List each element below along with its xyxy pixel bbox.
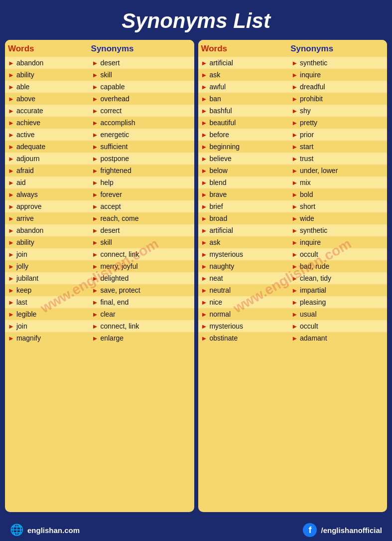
word-cell: ► able (5, 81, 88, 93)
arrow-icon: ► (201, 227, 208, 234)
word-text: arrive (16, 214, 34, 222)
arrow-icon: ► (8, 155, 14, 163)
arrow-icon: ► (201, 59, 208, 67)
table-row: ► adequate ► sufficient (5, 141, 194, 153)
arrow-icon: ► (201, 167, 208, 175)
word-cell: ► join (5, 320, 88, 332)
arrow-icon: ► (92, 95, 99, 103)
word-text: afraid (16, 167, 34, 175)
table-row: ► awful ► dreadful (198, 81, 388, 93)
arrow-icon: ► (92, 287, 99, 294)
synonym-text: pretty (300, 119, 317, 127)
synonym-cell: ► capable (88, 81, 194, 93)
word-text: neat (209, 274, 223, 282)
right-synonym-table: Words Synonyms ► artificial ► synthetic (198, 40, 388, 344)
synonym-text: energetic (100, 131, 129, 139)
arrow-icon: ► (291, 275, 298, 282)
word-text: mysterious (209, 322, 243, 330)
arrow-icon: ► (291, 119, 298, 127)
synonym-text: bad, rude (300, 262, 329, 270)
synonym-text: clear (100, 310, 115, 318)
synonym-cell: ► inquire (287, 236, 387, 248)
synonym-cell: ► impartial (287, 284, 387, 296)
word-text: normal (209, 310, 231, 318)
arrow-icon: ► (92, 215, 99, 222)
word-text: artificial (209, 59, 233, 67)
arrow-icon: ► (92, 239, 99, 246)
table-row: ► bashful ► shy (198, 105, 388, 117)
synonym-cell: ► mix (287, 177, 387, 188)
word-text: artificial (209, 226, 233, 234)
table-row: ► last ► final, end (5, 296, 194, 308)
table-row: ► ask ► inquire (198, 69, 388, 81)
word-text: nice (209, 298, 222, 306)
word-cell: ► ability (5, 236, 88, 248)
synonym-text: help (100, 179, 113, 186)
synonym-text: synthetic (300, 59, 327, 67)
word-text: achieve (16, 119, 40, 127)
table-row: ► beginning ► start (198, 141, 388, 153)
synonym-text: sufficient (100, 143, 128, 151)
arrow-icon: ► (291, 131, 298, 139)
word-cell: ► abandon (5, 57, 88, 69)
synonym-text: capable (100, 83, 125, 91)
table-row: ► jolly ► merry, joyful (5, 260, 194, 272)
table-row: ► nice ► pleasing (198, 296, 388, 308)
word-cell: ► normal (198, 308, 288, 320)
arrow-icon: ► (201, 191, 208, 198)
table-row: ► legible ► clear (5, 308, 194, 320)
facebook-icon: f (303, 523, 317, 537)
arrow-icon: ► (201, 95, 208, 103)
synonym-cell: ► energetic (88, 129, 194, 141)
word-text: mysterious (209, 250, 243, 258)
word-text: broad (209, 214, 227, 222)
arrow-icon: ► (201, 203, 208, 210)
synonym-cell: ► delighted (88, 272, 194, 284)
synonym-cell: ► postpone (88, 153, 194, 165)
table-row: ► adjourn ► postpone (5, 153, 194, 165)
arrow-icon: ► (8, 95, 14, 103)
arrow-icon: ► (92, 251, 99, 258)
right-col-words-header: Words (198, 40, 288, 57)
arrow-icon: ► (8, 119, 14, 127)
synonym-text: connect, link (100, 250, 139, 258)
word-cell: ► neat (198, 272, 288, 284)
arrow-icon: ► (201, 71, 208, 79)
arrow-icon: ► (291, 191, 298, 198)
synonym-text: clean, tidy (300, 274, 331, 282)
synonym-text: under, lower (300, 167, 338, 175)
synonym-cell: ► reach, come (88, 212, 194, 224)
word-text: naughty (209, 262, 234, 270)
table-row: ► jubilant ► delighted (5, 272, 194, 284)
right-col-synonyms-header: Synonyms (287, 40, 387, 57)
arrow-icon: ► (291, 143, 298, 151)
footer-facebook: f /englishanofficial (303, 523, 382, 537)
word-cell: ► ask (198, 69, 288, 81)
synonym-cell: ► connect, link (88, 248, 194, 260)
arrow-icon: ► (92, 119, 99, 127)
table-row: ► blend ► mix (198, 177, 388, 188)
word-text: neutral (209, 286, 231, 294)
synonym-cell: ► prohibit (287, 93, 387, 105)
word-cell: ► legible (5, 308, 88, 320)
arrow-icon: ► (291, 227, 298, 234)
arrow-icon: ► (201, 215, 208, 222)
synonym-cell: ► clean, tidy (287, 272, 387, 284)
table-row: ► join ► connect, link (5, 320, 194, 332)
synonym-text: mix (300, 179, 311, 186)
word-text: ability (16, 71, 34, 79)
synonym-text: forever (100, 190, 122, 198)
arrow-icon: ► (291, 215, 298, 222)
synonym-cell: ► under, lower (287, 165, 387, 177)
synonym-cell: ► help (88, 177, 194, 188)
synonym-text: final, end (100, 298, 129, 306)
arrow-icon: ► (291, 167, 298, 175)
word-text: jolly (16, 262, 28, 270)
synonym-text: pleasing (300, 298, 326, 306)
word-text: ask (209, 238, 220, 246)
table-row: ► beautiful ► pretty (198, 117, 388, 129)
synonym-cell: ► wide (287, 212, 387, 224)
arrow-icon: ► (8, 71, 14, 79)
word-cell: ► blend (198, 177, 288, 188)
arrow-icon: ► (92, 131, 99, 139)
